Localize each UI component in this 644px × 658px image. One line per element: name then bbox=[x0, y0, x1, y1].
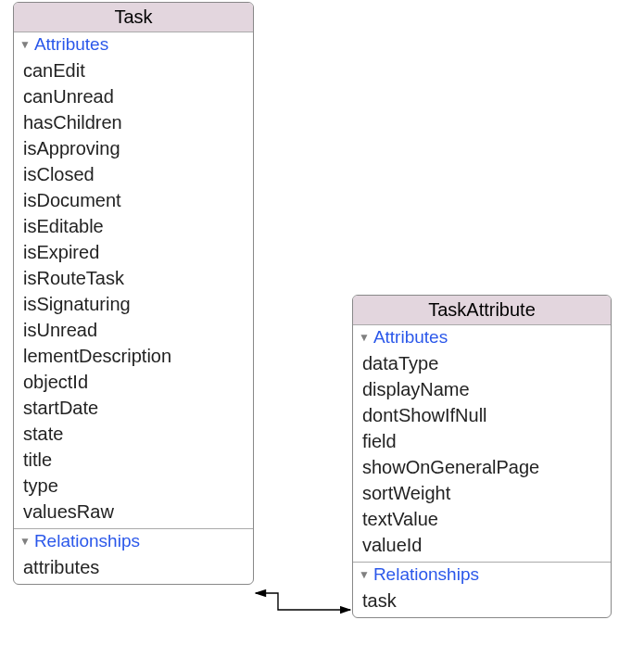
task-attributes-header[interactable]: ▼ Attributes bbox=[14, 32, 253, 57]
relationship-item[interactable]: task bbox=[362, 588, 603, 614]
attribute-item[interactable]: isSignaturing bbox=[23, 291, 246, 317]
attribute-item[interactable]: isApproving bbox=[23, 135, 246, 161]
attribute-item[interactable]: isDocument bbox=[23, 187, 246, 213]
task-attributes-list: canEdit canUnread hasChildren isApprovin… bbox=[14, 57, 253, 528]
attribute-item[interactable]: valuesRaw bbox=[23, 499, 246, 525]
attribute-item[interactable]: dataType bbox=[362, 350, 603, 376]
attribute-item[interactable]: isEditable bbox=[23, 213, 246, 239]
entity-taskattribute: TaskAttribute ▼ Attributes dataType disp… bbox=[352, 295, 612, 618]
attribute-item[interactable]: title bbox=[23, 447, 246, 473]
entity-taskattribute-title: TaskAttribute bbox=[353, 296, 611, 325]
attribute-item[interactable]: dontShowIfNull bbox=[362, 402, 603, 428]
attribute-item[interactable]: isClosed bbox=[23, 161, 246, 187]
triangle-down-icon: ▼ bbox=[19, 38, 31, 51]
attribute-item[interactable]: valueId bbox=[362, 532, 603, 558]
triangle-down-icon: ▼ bbox=[359, 331, 370, 344]
entity-task: Task ▼ Attributes canEdit canUnread hasC… bbox=[13, 2, 254, 585]
attribute-item[interactable]: sortWeight bbox=[362, 480, 603, 506]
attribute-item[interactable]: field bbox=[362, 428, 603, 454]
entity-task-title: Task bbox=[14, 3, 253, 32]
attribute-item[interactable]: lementDescription bbox=[23, 343, 246, 369]
attribute-item[interactable]: textValue bbox=[362, 506, 603, 532]
taskattribute-relationships-header[interactable]: ▼ Relationships bbox=[353, 562, 611, 587]
attribute-item[interactable]: hasChildren bbox=[23, 109, 246, 135]
taskattribute-relationships-header-label: Relationships bbox=[373, 564, 479, 585]
triangle-down-icon: ▼ bbox=[359, 568, 370, 581]
task-relationships-header[interactable]: ▼ Relationships bbox=[14, 528, 253, 553]
attribute-item[interactable]: displayName bbox=[362, 376, 603, 402]
attribute-item[interactable]: canUnread bbox=[23, 83, 246, 109]
taskattribute-attributes-header-label: Attributes bbox=[373, 327, 448, 348]
attribute-item[interactable]: objectId bbox=[23, 369, 246, 395]
taskattribute-attributes-header[interactable]: ▼ Attributes bbox=[353, 325, 611, 349]
attribute-item[interactable]: startDate bbox=[23, 395, 246, 421]
attribute-item[interactable]: canEdit bbox=[23, 57, 246, 83]
triangle-down-icon: ▼ bbox=[19, 535, 31, 548]
attribute-item[interactable]: state bbox=[23, 421, 246, 447]
taskattribute-relationships-list: task bbox=[353, 587, 611, 617]
task-relationships-list: attributes bbox=[14, 553, 253, 584]
task-attributes-header-label: Attributes bbox=[34, 34, 108, 55]
attribute-item[interactable]: isExpired bbox=[23, 239, 246, 265]
attribute-item[interactable]: isRouteTask bbox=[23, 265, 246, 291]
relationship-item[interactable]: attributes bbox=[23, 554, 246, 580]
attribute-item[interactable]: type bbox=[23, 473, 246, 499]
task-relationships-header-label: Relationships bbox=[34, 531, 140, 551]
attribute-item[interactable]: isUnread bbox=[23, 317, 246, 343]
attribute-item[interactable]: showOnGeneralPage bbox=[362, 454, 603, 480]
taskattribute-attributes-list: dataType displayName dontShowIfNull fiel… bbox=[353, 349, 611, 562]
connector-line bbox=[256, 593, 350, 610]
